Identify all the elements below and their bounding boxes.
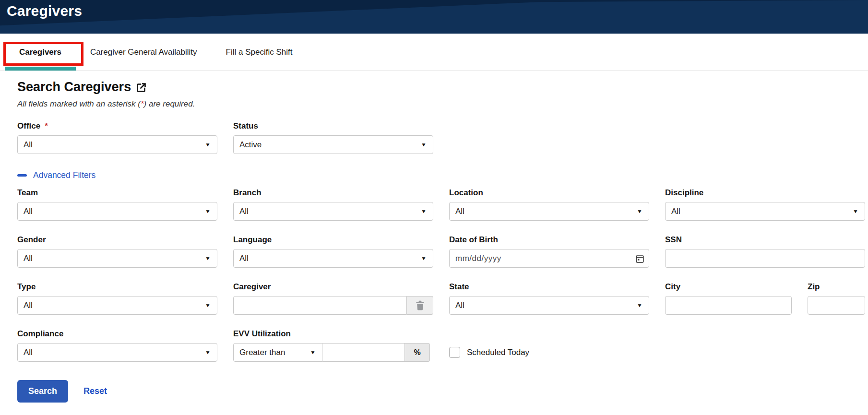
type-select[interactable]: All ▼	[17, 296, 217, 315]
ssn-label: SSN	[665, 235, 865, 245]
required-fields-note: All fields marked with an asterisk (*) a…	[17, 99, 866, 109]
advanced-filters-row-4: Compliance All ▼ EVV Utilization Greater…	[17, 329, 866, 362]
advanced-filters-label: Advanced Filters	[33, 170, 95, 180]
state-selected-value: All	[455, 301, 464, 310]
compliance-selected-value: All	[24, 348, 33, 357]
evv-utilization-label: EVV Utilization	[233, 329, 433, 339]
city-zip-group: City Zip	[665, 282, 865, 315]
date-of-birth-field: Date of Birth	[449, 235, 649, 268]
status-select[interactable]: Active ▼	[233, 135, 433, 154]
chevron-down-icon: ▼	[205, 350, 211, 356]
compliance-field: Compliance All ▼	[17, 329, 217, 362]
type-selected-value: All	[24, 301, 33, 310]
percent-sign: %	[414, 348, 420, 357]
caregiver-input[interactable]	[233, 296, 407, 315]
search-button[interactable]: Search	[17, 380, 68, 403]
search-caregivers-section: Search Caregivers All fields marked with…	[0, 71, 868, 403]
evv-utilization-field: EVV Utilization Greater than ▼ %	[233, 329, 433, 362]
chevron-down-icon: ▼	[637, 209, 642, 214]
state-label: State	[449, 282, 649, 292]
chevron-down-icon: ▼	[205, 256, 211, 261]
office-select[interactable]: All ▼	[17, 135, 217, 154]
collapse-minus-icon	[17, 174, 27, 177]
language-field: Language All ▼	[233, 235, 433, 268]
discipline-select[interactable]: All ▼	[665, 202, 865, 221]
team-label: Team	[17, 188, 217, 198]
branch-select[interactable]: All ▼	[233, 202, 433, 221]
gender-select[interactable]: All ▼	[17, 249, 217, 268]
chevron-down-icon: ▼	[421, 142, 427, 148]
chevron-down-icon: ▼	[421, 256, 427, 261]
ssn-input[interactable]	[665, 249, 865, 268]
discipline-label: Discipline	[665, 188, 865, 198]
date-of-birth-input[interactable]	[449, 249, 649, 268]
office-selected-value: All	[24, 140, 33, 150]
language-select[interactable]: All ▼	[233, 249, 433, 268]
scheduled-today-spacer	[449, 329, 649, 339]
gender-selected-value: All	[24, 254, 33, 263]
office-required-asterisk: *	[45, 121, 48, 130]
tab-fill-a-specific-shift-label: Fill a Specific Shift	[226, 47, 293, 57]
branch-label: Branch	[233, 188, 433, 198]
location-selected-value: All	[455, 207, 464, 216]
section-heading: Search Caregivers	[17, 80, 866, 95]
page-header: Caregivers	[0, 0, 868, 34]
scheduled-today-field: Scheduled Today	[449, 329, 649, 362]
evv-value-input[interactable]	[322, 343, 405, 362]
zip-label: Zip	[808, 282, 865, 292]
external-link-icon[interactable]	[136, 83, 146, 93]
chevron-down-icon: ▼	[310, 350, 316, 356]
tab-caregiver-general-availability-label: Caregiver General Availability	[90, 47, 197, 57]
team-select[interactable]: All ▼	[17, 202, 217, 221]
chevron-down-icon: ▼	[637, 303, 642, 308]
city-input[interactable]	[665, 296, 792, 315]
page-title: Caregivers	[0, 0, 868, 19]
advanced-filters-row-2: Gender All ▼ Language All ▼ Date of Birt…	[17, 235, 866, 268]
location-select[interactable]: All ▼	[449, 202, 649, 221]
type-field: Type All ▼	[17, 282, 217, 315]
compliance-select[interactable]: All ▼	[17, 343, 217, 362]
location-field: Location All ▼	[449, 188, 649, 221]
compliance-label: Compliance	[17, 329, 217, 339]
advanced-filters-toggle[interactable]: Advanced Filters	[17, 170, 95, 180]
reset-link[interactable]: Reset	[83, 386, 107, 396]
form-actions: Search Reset	[17, 380, 866, 403]
tab-caregivers[interactable]: Caregivers	[5, 34, 76, 71]
clear-caregiver-button[interactable]	[407, 296, 433, 315]
location-label: Location	[449, 188, 649, 198]
discipline-selected-value: All	[671, 207, 680, 216]
office-label: Office*	[17, 121, 217, 131]
chevron-down-icon: ▼	[853, 209, 858, 214]
trash-icon	[416, 300, 425, 310]
team-field: Team All ▼	[17, 188, 217, 221]
tab-caregiver-general-availability[interactable]: Caregiver General Availability	[76, 34, 212, 71]
state-field: State All ▼	[449, 282, 649, 315]
language-selected-value: All	[239, 254, 249, 263]
scheduled-today-checkbox[interactable]	[449, 347, 460, 358]
status-label: Status	[233, 121, 433, 131]
chevron-down-icon: ▼	[421, 209, 427, 214]
calendar-icon[interactable]	[636, 254, 644, 263]
note-asterisk: *	[141, 99, 144, 108]
tab-bar: Caregivers Caregiver General Availabilit…	[0, 34, 868, 71]
discipline-field: Discipline All ▼	[665, 188, 865, 221]
advanced-filters-row-1: Team All ▼ Branch All ▼ Location All ▼ D…	[17, 188, 866, 221]
caregiver-label: Caregiver	[233, 282, 433, 292]
branch-selected-value: All	[239, 207, 249, 216]
gender-label: Gender	[17, 235, 217, 245]
date-of-birth-label: Date of Birth	[449, 235, 649, 245]
evv-operator-select[interactable]: Greater than ▼	[233, 343, 322, 362]
section-title: Search Caregivers	[17, 80, 131, 95]
scheduled-today-label: Scheduled Today	[467, 348, 529, 357]
evv-operator-value: Greater than	[239, 348, 285, 357]
chevron-down-icon: ▼	[205, 142, 211, 148]
tab-fill-a-specific-shift[interactable]: Fill a Specific Shift	[212, 34, 307, 71]
status-field: Status Active ▼	[233, 121, 433, 154]
status-selected-value: Active	[239, 140, 262, 150]
zip-field: Zip	[808, 282, 865, 315]
zip-input[interactable]	[808, 296, 865, 315]
city-field: City	[665, 282, 792, 315]
state-select[interactable]: All ▼	[449, 296, 649, 315]
percent-suffix: %	[405, 343, 430, 362]
primary-filters-row: Office* All ▼ Status Active ▼	[17, 121, 866, 154]
